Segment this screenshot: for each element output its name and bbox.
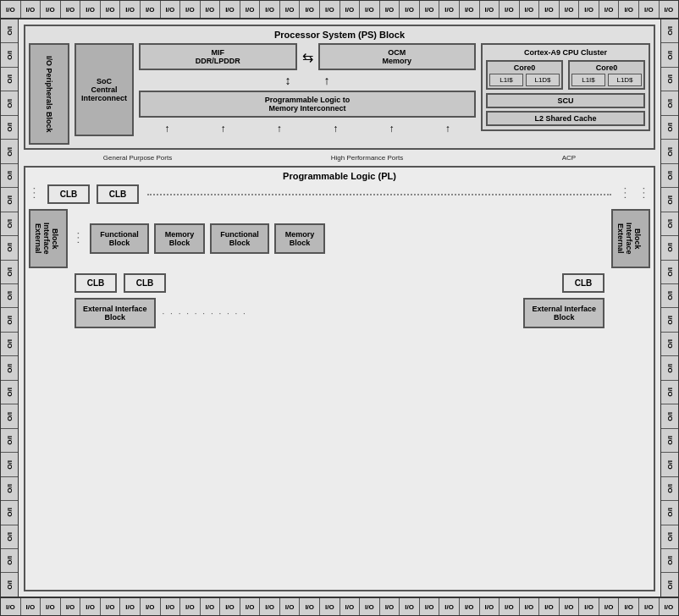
io-left-3: I/O [1, 91, 18, 115]
io-right-5: I/O [661, 140, 678, 163]
dots-left-top: ··· [29, 187, 41, 201]
ps-inner: I/O Peripherals Block SoCCentralIntercon… [29, 43, 650, 145]
ps-middle: MIFDDR/LPDDR ⇆ OCMMemory ↕ ↑ Programmabl… [139, 43, 476, 136]
io-cell-bot-3: I/O [61, 598, 81, 615]
clb-bottom-1: CLB [75, 273, 117, 293]
io-cell-top-1: I/O [21, 1, 41, 18]
io-cell-bot-0: I/O [1, 598, 21, 615]
io-left-6: I/O [1, 164, 18, 188]
io-left-14: I/O [1, 356, 18, 380]
io-cell-top-21: I/O [420, 1, 440, 18]
middle-section: I/O I/O I/O I/O I/O I/O I/O I/O I/O I/O … [0, 19, 679, 597]
io-cell-bot-5: I/O [101, 598, 121, 615]
io-left-18: I/O [1, 453, 18, 476]
io-right-13: I/O [661, 333, 678, 356]
main-content: Processor System (PS) Block I/O Peripher… [19, 19, 660, 597]
io-cell-bot-13: I/O [260, 598, 280, 615]
io-left-13: I/O [1, 333, 18, 356]
io-right-17: I/O [661, 429, 678, 453]
io-cell-bot-24: I/O [480, 598, 500, 615]
io-cell-bot-18: I/O [360, 598, 380, 615]
l1ds-right: L1D$ [608, 74, 642, 86]
core0-left: Core0 L1I$ L1D$ [486, 60, 563, 90]
pl-bottom-row: External InterfaceBlock · · · · · · · · … [29, 298, 650, 328]
io-right-3: I/O [661, 91, 678, 115]
port-labels: General Purpose Ports High Performance P… [19, 152, 660, 163]
mif-box: MIFDDR/LPDDR [139, 43, 297, 70]
io-right-19: I/O [661, 477, 678, 501]
io-right-10: I/O [661, 261, 678, 284]
io-right-2: I/O [661, 68, 678, 91]
io-left-12: I/O [1, 308, 18, 332]
io-right-6: I/O [661, 164, 678, 188]
ocm-box: OCMMemory [318, 43, 477, 70]
io-cell-bot-16: I/O [320, 598, 340, 615]
io-cell-top-24: I/O [480, 1, 500, 18]
pl-middle-row: ExternalInterfaceBlock ··· FunctionalBlo… [29, 209, 650, 268]
io-cell-bot-10: I/O [201, 598, 221, 615]
io-left-20: I/O [1, 501, 18, 525]
core0-left-label: Core0 [489, 63, 560, 72]
io-cell-top-2: I/O [41, 1, 61, 18]
io-right-16: I/O [661, 404, 678, 428]
core0-right-label: Core0 [571, 63, 642, 72]
io-cell-bot-6: I/O [120, 598, 141, 615]
io-right-22: I/O [661, 549, 678, 573]
io-peripherals-block: I/O Peripherals Block [29, 43, 69, 145]
clb-bottom-3: CLB [562, 273, 604, 293]
dots-right-top2: ··· [638, 187, 650, 201]
io-cell-top-7: I/O [141, 1, 161, 18]
dots-right-top1: ··· [620, 187, 632, 201]
io-cell-bot-33: I/O [660, 598, 679, 615]
bottom-io-row: I/O I/O I/O I/O I/O I/O I/O I/O I/O I/O … [0, 597, 679, 616]
io-cell-bot-12: I/O [240, 598, 261, 615]
clb-top-1: CLB [47, 184, 90, 204]
io-left-21: I/O [1, 525, 18, 549]
io-cell-bot-22: I/O [439, 598, 460, 615]
io-cell-bot-14: I/O [280, 598, 301, 615]
l2-box: L2 Shared Cache [486, 111, 645, 126]
ps-title: Processor System (PS) Block [29, 30, 650, 40]
io-cell-top-4: I/O [80, 1, 101, 18]
l1ds-left: L1D$ [526, 74, 560, 86]
io-cell-top-10: I/O [201, 1, 221, 18]
soc-interconnect: SoCCentralInterconnect [75, 43, 134, 136]
l1is-right: L1I$ [571, 74, 605, 86]
acp-label: ACP [562, 154, 576, 162]
io-right-12: I/O [661, 308, 678, 332]
io-right-20: I/O [661, 501, 678, 525]
io-left-5: I/O [1, 140, 18, 163]
io-right-23: I/O [661, 573, 678, 596]
io-left-1: I/O [1, 43, 18, 67]
cortex-cluster: Cortex-A9 CPU Cluster Core0 L1I$ L1D$ [481, 43, 650, 131]
io-cell-bot-15: I/O [300, 598, 320, 615]
io-cell-top-22: I/O [439, 1, 460, 18]
io-cell-bot-26: I/O [520, 598, 540, 615]
io-cell-top-18: I/O [360, 1, 380, 18]
ext-interface-right: ExternalInterfaceBlock [611, 209, 650, 268]
io-cell-top-14: I/O [280, 1, 301, 18]
ext-interface-bottom-right: External InterfaceBlock [523, 298, 604, 328]
io-cell-bot-32: I/O [639, 598, 660, 615]
ps-block: Processor System (PS) Block I/O Peripher… [24, 25, 655, 150]
io-left-17: I/O [1, 429, 18, 453]
io-cell-top-26: I/O [520, 1, 540, 18]
io-cell-top-32: I/O [639, 1, 660, 18]
ext-interface-bottom-left: External InterfaceBlock [75, 298, 156, 328]
io-cell-top-13: I/O [260, 1, 280, 18]
io-left-0: I/O [1, 19, 18, 43]
pl-top-row: ··· CLB CLB ··· ··· [29, 184, 650, 204]
pl-memory-interconnect: Programmable Logic toMemory Interconnect [139, 91, 476, 118]
io-left-15: I/O [1, 381, 18, 404]
l1is-left: L1I$ [489, 74, 523, 86]
right-io-col: I/O I/O I/O I/O I/O I/O I/O I/O I/O I/O … [660, 19, 679, 597]
io-right-4: I/O [661, 116, 678, 140]
io-left-11: I/O [1, 284, 18, 308]
io-cell-bot-2: I/O [41, 598, 61, 615]
main-wrapper: I/O I/O I/O I/O I/O I/O I/O I/O I/O I/O … [0, 0, 679, 616]
io-cell-top-9: I/O [180, 1, 201, 18]
io-right-1: I/O [661, 43, 678, 67]
cores-row: Core0 L1I$ L1D$ Core0 L1I$ [486, 60, 645, 90]
io-cell-bot-21: I/O [420, 598, 440, 615]
cache-row-right: L1I$ L1D$ [571, 74, 642, 86]
